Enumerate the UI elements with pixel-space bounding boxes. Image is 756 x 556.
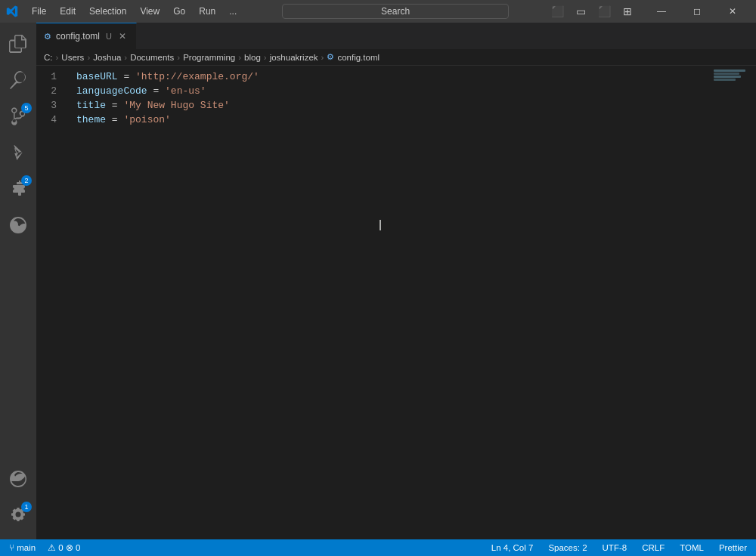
- window-controls: — ◻ ✕: [644, 0, 750, 23]
- status-eol[interactable]: CRLF: [639, 543, 668, 552]
- text-cursor: [379, 218, 711, 232]
- title-bar: File Edit Selection View Go Run ... 🔍 Se…: [0, 0, 756, 23]
- vscode-logo-icon: [6, 5, 18, 17]
- activity-accounts[interactable]: [0, 461, 36, 497]
- breadcrumb-config-toml[interactable]: ⚙ config.toml: [327, 52, 380, 62]
- code-val-1: 'http://example.org/': [135, 70, 259, 84]
- status-language[interactable]: TOML: [677, 543, 707, 552]
- minimap: [711, 66, 756, 539]
- breadcrumb-joshuakrizek[interactable]: joshuakrizek: [270, 53, 318, 62]
- code-line-2: languageCode = 'en-us': [76, 84, 711, 98]
- breadcrumb-c[interactable]: C:: [44, 53, 53, 62]
- line-number-4: 4: [36, 113, 63, 127]
- code-key-2: languageCode: [76, 84, 147, 98]
- status-encoding[interactable]: UTF-8: [600, 543, 631, 552]
- menu-selection[interactable]: Selection: [83, 5, 132, 18]
- editor-area: ⚙ config.toml U ✕ C: › Users › Joshua › …: [36, 23, 756, 539]
- line-number-1: 1: [36, 70, 63, 84]
- close-button[interactable]: ✕: [715, 0, 750, 23]
- activity-search[interactable]: [0, 62, 36, 98]
- code-val-4: 'poison': [123, 113, 170, 127]
- explorer-icon: [9, 35, 27, 53]
- tab-filename: config.toml: [56, 31, 100, 42]
- code-line-1: baseURL = 'http://example.org/': [76, 70, 711, 84]
- minimap-line-1: [714, 70, 745, 72]
- minimap-line-4: [714, 79, 736, 81]
- activity-explorer[interactable]: [0, 26, 36, 62]
- tab-file-icon: ⚙: [44, 32, 51, 42]
- title-bar-center: 🔍 Search: [243, 4, 548, 19]
- remote-explorer-icon: [9, 216, 27, 234]
- menu-more[interactable]: ...: [223, 5, 243, 18]
- source-control-badge: 5: [21, 103, 32, 113]
- code-line-4: theme = 'poison': [76, 113, 711, 127]
- search-box[interactable]: Search: [282, 4, 509, 19]
- breadcrumb-file-icon: ⚙: [327, 52, 334, 62]
- menu-edit[interactable]: Edit: [54, 5, 82, 18]
- breadcrumb-programming[interactable]: Programming: [183, 53, 235, 62]
- breadcrumb-blog[interactable]: blog: [244, 53, 261, 62]
- status-bar: ⑂ main ⚠ 0 ⊗ 0 Ln 4, Col 7 Spaces: 2 UTF…: [0, 539, 756, 556]
- activity-run[interactable]: [0, 134, 36, 171]
- menu-view[interactable]: View: [134, 5, 166, 18]
- minimize-button[interactable]: —: [644, 0, 679, 23]
- menu-run[interactable]: Run: [193, 5, 222, 18]
- code-key-1: baseURL: [76, 70, 118, 84]
- code-val-3: 'My New Hugo Site': [123, 98, 229, 113]
- settings-badge: 1: [21, 502, 32, 512]
- customize-layout-icon[interactable]: ⊞: [620, 4, 635, 19]
- activity-bottom: 1: [0, 461, 36, 539]
- line-numbers: 1 2 3 4: [36, 66, 70, 539]
- line-number-3: 3: [36, 98, 63, 113]
- status-bar-right: Ln 4, Col 7 Spaces: 2 UTF-8 CRLF TOML Pr…: [488, 543, 750, 552]
- search-wrapper: 🔍 Search: [282, 4, 509, 19]
- minimap-line-2: [714, 73, 739, 75]
- menu-bar: File Edit Selection View Go Run ...: [26, 5, 243, 18]
- titlebar-icons: ⬛ ▭ ⬛ ⊞: [548, 4, 635, 19]
- maximize-button[interactable]: ◻: [680, 0, 714, 23]
- breadcrumb-users[interactable]: Users: [61, 53, 84, 62]
- toggle-primary-sidebar-icon[interactable]: ⬛: [548, 4, 567, 19]
- code-op-2: =: [147, 84, 165, 98]
- search-sidebar-icon: [9, 71, 27, 89]
- code-val-2: 'en-us': [165, 84, 206, 98]
- tab-bar: ⚙ config.toml U ✕: [36, 23, 756, 49]
- extensions-badge: 2: [21, 175, 32, 186]
- code-op-3: =: [106, 98, 123, 113]
- breadcrumb-documents[interactable]: Documents: [130, 53, 174, 62]
- editor-content: 1 2 3 4 baseURL = 'http://example.org/' …: [36, 66, 756, 539]
- toggle-secondary-sidebar-icon[interactable]: ⬛: [595, 4, 614, 19]
- accounts-icon: [10, 471, 26, 487]
- code-op-4: =: [106, 113, 123, 127]
- activity-source-control[interactable]: 5: [0, 98, 36, 134]
- status-errors[interactable]: ⚠ 0 ⊗ 0: [45, 542, 83, 553]
- status-spaces[interactable]: Spaces: 2: [545, 543, 590, 552]
- status-bar-left: ⑂ main ⚠ 0 ⊗ 0: [6, 542, 84, 553]
- code-key-3: title: [76, 98, 106, 113]
- breadcrumb: C: › Users › Joshua › Documents › Progra…: [36, 49, 756, 66]
- tab-config-toml[interactable]: ⚙ config.toml U ✕: [36, 23, 137, 49]
- tab-modified-indicator: U: [106, 32, 112, 41]
- activity-bar: 5 2: [0, 23, 36, 539]
- activity-remote-explorer[interactable]: [0, 207, 36, 243]
- activity-extensions[interactable]: 2: [0, 171, 36, 207]
- status-branch[interactable]: ⑂ main: [6, 543, 39, 552]
- tab-close-button[interactable]: ✕: [116, 30, 129, 42]
- activity-settings[interactable]: 1: [0, 497, 36, 533]
- title-bar-right: ⬛ ▭ ⬛ ⊞ — ◻ ✕: [548, 0, 750, 23]
- minimap-content: [711, 66, 756, 85]
- title-bar-left: File Edit Selection View Go Run ...: [6, 5, 243, 18]
- status-line-col[interactable]: Ln 4, Col 7: [488, 543, 537, 552]
- menu-go[interactable]: Go: [167, 5, 191, 18]
- code-key-4: theme: [76, 113, 106, 127]
- breadcrumb-joshua[interactable]: Joshua: [93, 53, 121, 62]
- status-formatter[interactable]: Prettier: [716, 543, 750, 552]
- menu-file[interactable]: File: [26, 5, 52, 18]
- code-line-3: title = 'My New Hugo Site': [76, 98, 711, 113]
- line-number-2: 2: [36, 84, 63, 98]
- toggle-panel-icon[interactable]: ▭: [573, 4, 589, 19]
- code-editor[interactable]: baseURL = 'http://example.org/' language…: [70, 66, 711, 539]
- main-layout: 5 2: [0, 23, 756, 539]
- minimap-line-3: [714, 76, 741, 78]
- code-op-1: =: [118, 70, 135, 84]
